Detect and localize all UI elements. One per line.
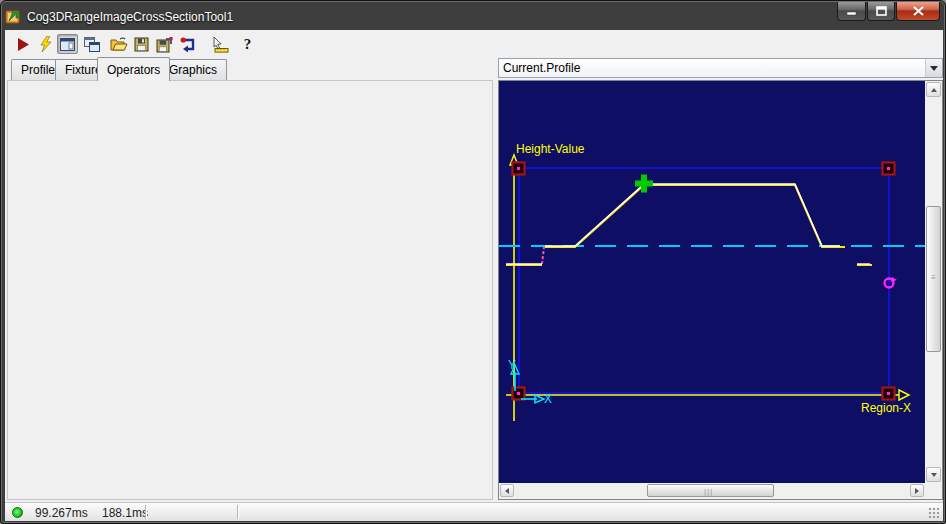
close-icon <box>913 6 924 16</box>
display-source-combo[interactable]: Current.Profile <box>498 58 943 78</box>
status-bar: 99.267ms 188.1ms <box>5 502 943 521</box>
open-file-icon[interactable] <box>109 35 128 54</box>
scroll-left-button[interactable] <box>500 484 514 497</box>
save-as-icon[interactable] <box>155 35 174 54</box>
save-file-icon[interactable] <box>132 35 151 54</box>
tool-window: Cog3DRangeImageCrossSectionTool1 <box>0 0 946 524</box>
scroll-right-button[interactable] <box>910 484 924 497</box>
minimize-icon <box>847 7 857 16</box>
maximize-button[interactable] <box>867 2 895 21</box>
tool-time: 99.267ms <box>35 506 88 520</box>
float-display-icon[interactable] <box>82 35 101 54</box>
close-button[interactable] <box>896 2 940 21</box>
help-glyph: ? <box>244 36 252 53</box>
display-vertical-scrollbar[interactable]: ≡ <box>925 81 942 483</box>
maximize-icon <box>876 6 887 16</box>
tool-cube-icon <box>5 9 21 25</box>
operators-tab-page <box>7 80 493 500</box>
tab-operators[interactable]: Operators <box>97 57 170 81</box>
scroll-down-button[interactable] <box>926 467 941 482</box>
titlebar[interactable]: Cog3DRangeImageCrossSectionTool1 <box>5 5 835 29</box>
x-axis-label: Region-X <box>861 401 911 415</box>
scroll-thumb[interactable]: ≡ <box>926 206 941 352</box>
help-icon[interactable]: ? <box>238 35 257 54</box>
origin-y-glyph: Y <box>508 358 516 372</box>
scroll-thumb[interactable]: ||| <box>647 484 774 497</box>
tool-display-toggle-icon[interactable] <box>57 34 78 54</box>
run-icon[interactable] <box>13 35 32 54</box>
scrollbar-corner <box>925 483 942 499</box>
resize-grip[interactable] <box>928 507 940 519</box>
run-status-indicator <box>12 507 23 518</box>
profile-graph-canvas[interactable]: Height-Value Region-X <box>499 81 925 483</box>
y-axis-label: Height-Value <box>516 142 585 156</box>
minimize-button[interactable] <box>837 2 866 21</box>
window-title: Cog3DRangeImageCrossSectionTool1 <box>27 10 233 24</box>
profile-display-panel: Height-Value Region-X <box>498 80 943 500</box>
origin-x-glyph: X <box>544 392 552 406</box>
client-area: ? Profile Fixture Operators Graphics Ind… <box>5 30 943 521</box>
scroll-up-button[interactable] <box>926 82 941 97</box>
display-horizontal-scrollbar[interactable]: ||| <box>499 483 925 499</box>
electric-run-icon[interactable] <box>36 35 55 54</box>
electrode-icon[interactable] <box>211 35 230 54</box>
total-time: 188.1ms <box>102 506 148 520</box>
reset-icon[interactable] <box>179 35 198 54</box>
combo-value: Current.Profile <box>499 61 925 75</box>
chevron-down-icon[interactable] <box>925 59 942 77</box>
